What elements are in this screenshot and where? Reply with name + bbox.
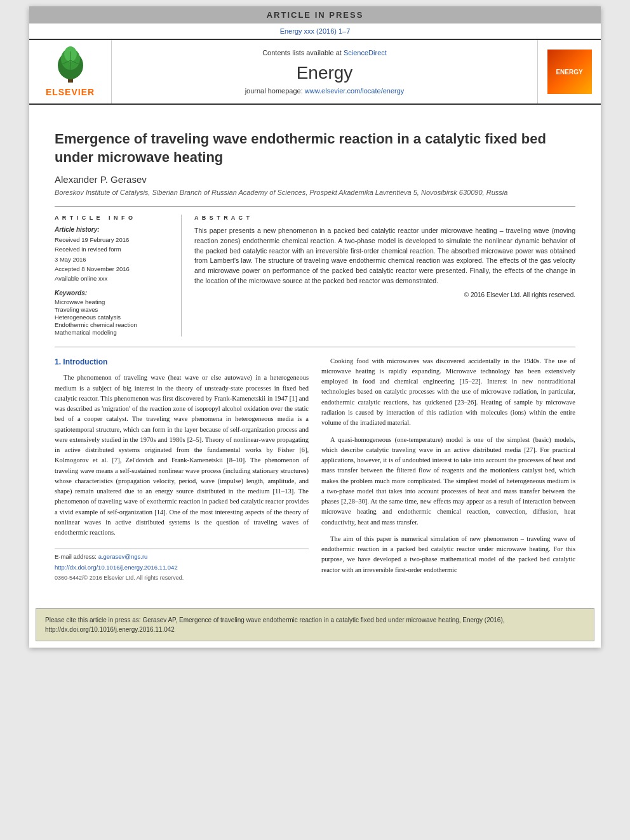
- energy-logo-block: ENERGY: [537, 40, 601, 103]
- energy-logo-image: ENERGY: [547, 50, 592, 94]
- keyword-4: Endothermic chemical reaction: [55, 321, 172, 328]
- elsevier-tree-icon: [48, 46, 93, 84]
- revised-date: 3 May 2016: [55, 255, 172, 263]
- available-online: Available online xxx: [55, 274, 172, 283]
- right-paragraph-2: A quasi-homogeneous (one-temperature) mo…: [321, 435, 575, 528]
- homepage-url[interactable]: www.elsevier.com/locate/energy: [305, 87, 405, 95]
- sciencedirect-prefix: Contents lists available at: [262, 49, 344, 57]
- doi-anchor[interactable]: http://dx.doi.org/10.1016/j.energy.2016.…: [55, 564, 178, 571]
- journal-name: Energy: [297, 63, 353, 83]
- email-label: E-mail address:: [55, 553, 97, 560]
- citation-text: Please cite this article in press as: Ge…: [45, 617, 505, 633]
- right-paragraph-1: Cooking food with microwaves was discove…: [321, 356, 575, 429]
- doi-line: Energy xxx (2016) 1–7: [29, 23, 601, 39]
- article-history-label: Article history:: [55, 226, 172, 233]
- sciencedirect-line: Contents lists available at ScienceDirec…: [262, 49, 387, 57]
- email-link[interactable]: a.gerasev@ngs.ru: [98, 553, 148, 560]
- keywords-label: Keywords:: [55, 290, 172, 297]
- keyword-2: Traveling waves: [55, 306, 172, 313]
- intro-paragraph-1: The phenomenon of traveling wave (heat w…: [55, 373, 309, 538]
- revised-label: Received in revised form: [55, 245, 172, 253]
- homepage-line: journal homepage: www.elsevier.com/locat…: [245, 87, 405, 95]
- keyword-1: Microwave heating: [55, 298, 172, 305]
- abstract-heading: A B S T R A C T: [194, 215, 575, 221]
- accepted-date: Accepted 8 November 2016: [55, 265, 172, 273]
- footer-email-section: E-mail address: a.gerasev@ngs.ru: [55, 549, 309, 562]
- page-wrapper: ARTICLE IN PRESS Energy xxx (2016) 1–7 E…: [29, 6, 601, 648]
- journal-center-info: Contents lists available at ScienceDirec…: [112, 40, 537, 103]
- right-paragraph-3: The aim of this paper is numerical simul…: [321, 534, 575, 575]
- doi-text: Energy xxx (2016) 1–7: [280, 27, 351, 35]
- keyword-3: Heterogeneous catalysis: [55, 314, 172, 321]
- content-right-column: Cooking food with microwaves was discove…: [321, 356, 575, 583]
- article-info-heading: A R T I C L E I N F O: [55, 215, 172, 221]
- copyright-line: © 2016 Elsevier Ltd. All rights reserved…: [194, 291, 575, 298]
- banner-text: ARTICLE IN PRESS: [267, 10, 364, 20]
- article-info-abstract-section: A R T I C L E I N F O Article history: R…: [55, 206, 575, 336]
- article-in-press-banner: ARTICLE IN PRESS: [29, 6, 601, 23]
- introduction-title: 1. Introduction: [55, 356, 309, 368]
- abstract-text: This paper presents a new phenomenon in …: [194, 226, 575, 286]
- article-main-content: 1. Introduction The phenomenon of travel…: [55, 347, 575, 583]
- article-info-column: A R T I C L E I N F O Article history: R…: [55, 215, 182, 336]
- received-date: Received 19 February 2016: [55, 236, 172, 244]
- abstract-column: A B S T R A C T This paper presents a ne…: [194, 215, 575, 336]
- homepage-prefix: journal homepage:: [245, 87, 305, 95]
- journal-header: ELSEVIER Contents lists available at Sci…: [29, 39, 601, 105]
- sciencedirect-link[interactable]: ScienceDirect: [344, 49, 387, 57]
- elsevier-logo-block: ELSEVIER: [29, 40, 112, 103]
- citation-banner: Please cite this article in press as: Ge…: [36, 608, 594, 641]
- keyword-5: Mathematical modeling: [55, 329, 172, 336]
- footer-doi-link[interactable]: http://dx.doi.org/10.1016/j.energy.2016.…: [55, 563, 309, 573]
- footer-issn: 0360-5442/© 2016 Elsevier Ltd. All right…: [55, 574, 309, 583]
- author-affiliation: Boreskov Institute of Catalysis, Siberia…: [55, 189, 575, 196]
- article-body: Emergence of traveling wave endothermic …: [29, 105, 601, 596]
- content-left-column: 1. Introduction The phenomenon of travel…: [55, 356, 309, 583]
- author-name: Alexander P. Gerasev: [55, 174, 575, 185]
- article-title: Emergence of traveling wave endothermic …: [55, 130, 575, 166]
- elsevier-label: ELSEVIER: [46, 87, 95, 97]
